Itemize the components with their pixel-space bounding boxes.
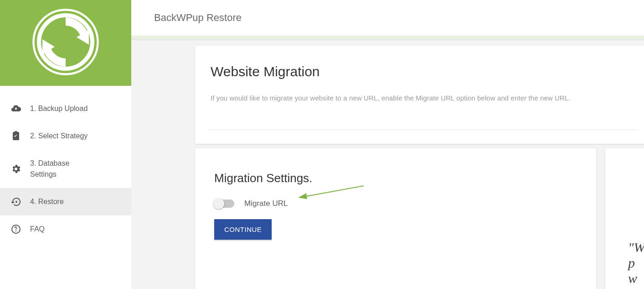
sidebar-item-database-settings[interactable]: 3. Database Settings	[0, 150, 131, 188]
svg-marker-6	[298, 193, 307, 199]
topbar-accent	[131, 36, 644, 39]
continue-button[interactable]: CONTINUE	[214, 219, 272, 240]
card-testimonial: "W p w	[605, 148, 644, 289]
logo-block	[0, 0, 131, 86]
sidebar-item-faq[interactable]: FAQ	[0, 215, 131, 243]
cloud-upload-icon	[10, 103, 22, 114]
annotation-arrow-icon	[295, 183, 368, 201]
sidebar-item-label: 4. Restore	[30, 198, 64, 206]
gear-icon	[10, 163, 22, 174]
card-website-migration: Website Migration If you would like to m…	[195, 46, 644, 144]
divider	[209, 130, 637, 130]
toggle-row: Migrate URL	[214, 199, 577, 208]
help-circle-icon	[10, 224, 22, 235]
svg-line-5	[304, 186, 364, 197]
sidebar: 1. Backup Upload 2. Select Strategy 3. D…	[0, 0, 131, 289]
content-area: Website Migration If you would like to m…	[131, 41, 644, 289]
sidebar-item-select-strategy[interactable]: 2. Select Strategy	[0, 122, 131, 150]
card-description: If you would like to migrate your websit…	[211, 93, 633, 104]
sidebar-nav: 1. Backup Upload 2. Select Strategy 3. D…	[0, 95, 131, 243]
toggle-knob	[213, 198, 224, 209]
card-heading: Migration Settings.	[214, 171, 577, 185]
sidebar-item-label: FAQ	[30, 225, 45, 233]
card-migration-settings: Migration Settings. Migrate URL CONTINUE	[195, 148, 596, 289]
migrate-url-toggle[interactable]	[214, 200, 234, 208]
sidebar-item-restore[interactable]: 4. Restore	[0, 188, 131, 215]
card-heading: Website Migration	[211, 64, 633, 79]
sidebar-item-label: 2. Select Strategy	[30, 132, 88, 140]
sidebar-item-label: 3. Database Settings	[30, 158, 89, 180]
sidebar-item-backup-upload[interactable]: 1. Backup Upload	[0, 95, 131, 122]
svg-point-4	[15, 201, 17, 203]
restore-history-icon	[10, 196, 22, 207]
clipboard-check-icon	[10, 131, 22, 142]
sidebar-item-label: 1. Backup Upload	[30, 105, 88, 113]
refresh-circle-arrows-icon	[31, 8, 100, 78]
toggle-label: Migrate URL	[244, 199, 288, 208]
topbar: BackWPup Restore	[131, 0, 644, 36]
page-title: BackWPup Restore	[154, 12, 242, 24]
quote-text: "W p w	[628, 240, 644, 286]
